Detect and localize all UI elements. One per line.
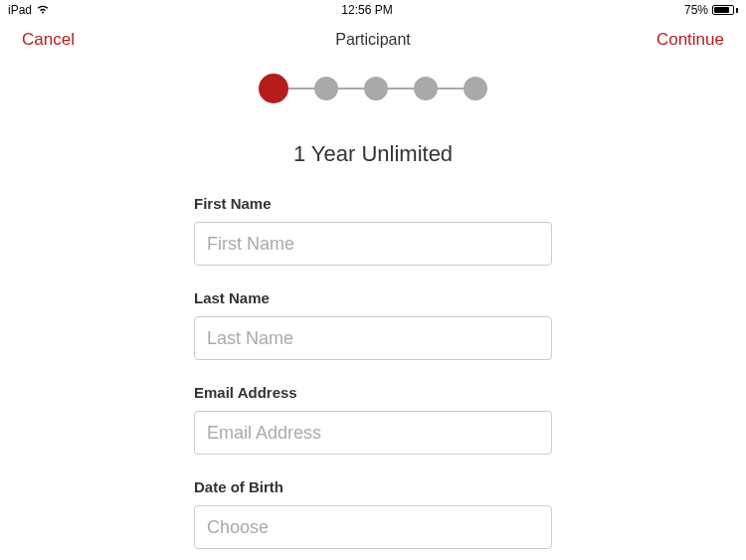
- step-dot-3: [364, 77, 388, 100]
- step-dot-1: [259, 74, 288, 103]
- step-connector: [338, 88, 364, 90]
- dob-field-group: Date of Birth: [194, 478, 552, 549]
- status-left: iPad: [8, 3, 50, 17]
- battery-icon: [712, 5, 738, 15]
- battery-percent: 75%: [684, 3, 708, 17]
- first-name-field-group: First Name: [194, 195, 552, 266]
- email-input[interactable]: [194, 411, 552, 455]
- nav-bar: Cancel Participant Continue: [0, 20, 746, 54]
- first-name-label: First Name: [194, 195, 552, 212]
- status-time: 12:56 PM: [341, 3, 392, 17]
- step-connector: [288, 88, 314, 90]
- progress-stepper: [0, 74, 746, 103]
- last-name-input[interactable]: [194, 316, 552, 360]
- device-label: iPad: [8, 3, 32, 17]
- page-title: Participant: [335, 31, 411, 49]
- step-dot-5: [464, 77, 487, 100]
- participant-form: First Name Last Name Email Address Date …: [194, 195, 552, 549]
- wifi-icon: [36, 3, 50, 17]
- step-dot-4: [414, 77, 438, 100]
- status-right: 75%: [684, 3, 738, 17]
- step-connector: [388, 88, 414, 90]
- continue-button[interactable]: Continue: [653, 26, 728, 54]
- step-connector: [438, 88, 464, 90]
- last-name-label: Last Name: [194, 289, 552, 306]
- dob-input[interactable]: [194, 505, 552, 549]
- status-bar: iPad 12:56 PM 75%: [0, 0, 746, 20]
- dob-label: Date of Birth: [194, 478, 552, 495]
- step-dot-2: [314, 77, 338, 100]
- cancel-button[interactable]: Cancel: [18, 26, 79, 54]
- last-name-field-group: Last Name: [194, 289, 552, 360]
- subtitle: 1 Year Unlimited: [0, 141, 746, 167]
- email-label: Email Address: [194, 384, 552, 401]
- first-name-input[interactable]: [194, 222, 552, 266]
- email-field-group: Email Address: [194, 384, 552, 455]
